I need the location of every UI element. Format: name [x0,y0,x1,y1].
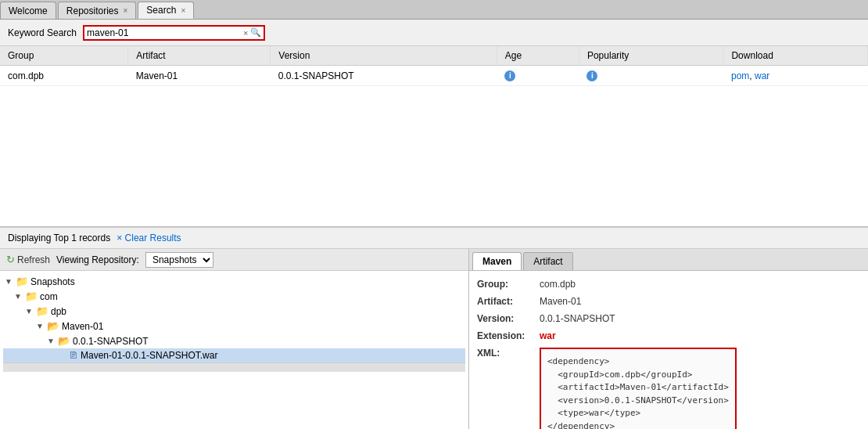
detail-group-label: Group: [477,279,540,290]
tree-item-maven01[interactable]: ▼ 📂 Maven-01 [3,319,465,333]
detail-artifact-label: Artifact: [477,296,540,307]
detail-xml-content: <dependency> <groupId>com.dpb</groupId> … [540,348,737,429]
file-war-icon: 🖹 [69,350,78,361]
search-input[interactable] [87,27,243,38]
tree-label-com: com [40,291,58,302]
row-version: 0.0.1-SNAPSHOT [271,66,497,86]
detail-row-xml: XML: <dependency> <groupId>com.dpb</grou… [477,348,860,429]
col-popularity: Popularity [579,46,723,66]
col-artifact: Artifact [128,46,271,66]
tree-item-war-file[interactable]: 🖹 Maven-01-0.0.1-SNAPSHOT.war [3,348,465,362]
age-info-icon[interactable]: i [504,70,515,81]
status-bar: Displaying Top 1 records × Clear Results [0,227,868,249]
toggle-dpb: ▼ [25,307,36,315]
col-age: Age [497,46,579,66]
search-label: Keyword Search [8,27,77,38]
tree-label-dpb: dpb [51,306,66,317]
detail-xml-label: XML: [477,348,540,429]
row-age: i [497,66,579,86]
folder-snapshot-icon: 📂 [58,335,70,347]
repo-select[interactable]: Snapshots [145,252,213,268]
tab-search-close[interactable]: × [181,6,185,15]
detail-group-value: com.dpb [540,279,576,290]
tree-label-snapshot-ver: 0.0.1-SNAPSHOT [73,336,149,347]
detail-tab-bar: Maven Artifact [469,249,868,271]
tab-welcome-label: Welcome [9,5,48,16]
folder-dpb-icon: 📁 [36,305,48,317]
horizontal-scrollbar[interactable] [3,362,465,372]
refresh-button[interactable]: ↻ Refresh [6,254,50,265]
status-count: 1 [71,233,77,243]
detail-row-group: Group: com.dpb [477,279,860,290]
tree-item-dpb[interactable]: ▼ 📁 dpb [3,304,465,319]
row-group: com.dpb [0,66,128,86]
main-content: Keyword Search × 🔍 Group Artifact Versio… [0,20,868,429]
folder-maven01-icon: 📂 [47,320,59,332]
search-clear-icon[interactable]: × [243,28,248,38]
toggle-war-file [58,351,69,360]
tab-search-label: Search [146,5,176,16]
tab-maven[interactable]: Maven [472,252,522,270]
table-row[interactable]: com.dpb Maven-01 0.0.1-SNAPSHOT i i pom,… [0,66,868,86]
download-pom-link[interactable]: pom [731,70,749,81]
row-download: pom, war [723,66,868,86]
search-go-icon[interactable]: 🔍 [250,27,261,38]
toggle-snapshots: ▼ [5,277,16,286]
detail-version-value: 0.0.1-SNAPSHOT [540,313,615,324]
row-artifact: Maven-01 [128,66,271,86]
tab-artifact-label: Artifact [533,256,562,267]
row-popularity: i [579,66,723,86]
status-records: records [79,233,110,243]
status-displaying: Displaying Top [8,233,69,243]
tree-item-com[interactable]: ▼ 📁 com [3,289,465,304]
toggle-com: ▼ [14,292,25,301]
col-download: Download [723,46,868,66]
tree-item-snapshots[interactable]: ▼ 📁 Snapshots [3,274,465,289]
bottom-panel: ↻ Refresh Viewing Repository: Snapshots … [0,249,868,429]
folder-com-icon: 📁 [25,290,38,302]
folder-snapshots-icon: 📁 [16,276,28,287]
refresh-label: Refresh [17,254,50,265]
detail-extension-label: Extension: [477,330,540,341]
clear-results-button[interactable]: × Clear Results [117,233,181,243]
results-table: Group Artifact Version Age Popularity Do… [0,46,868,227]
tree-item-snapshot-ver[interactable]: ▼ 📂 0.0.1-SNAPSHOT [3,333,465,348]
search-results: Group Artifact Version Age Popularity Do… [0,46,868,86]
tab-artifact[interactable]: Artifact [523,252,572,270]
refresh-icon: ↻ [6,254,15,265]
tab-repositories-close[interactable]: × [124,6,128,15]
tab-maven-label: Maven [482,256,511,267]
tab-welcome[interactable]: Welcome [0,2,56,19]
tree-content: ▼ 📁 Snapshots ▼ 📁 com ▼ 📁 dpb ▼ 📂 [0,271,468,429]
search-input-wrapper: × 🔍 [83,25,265,41]
table-header-row: Group Artifact Version Age Popularity Do… [0,46,868,66]
tree-label-snapshots: Snapshots [30,276,75,287]
detail-content: Group: com.dpb Artifact: Maven-01 Versio… [469,271,868,429]
detail-panel: Maven Artifact Group: com.dpb Artifact: … [469,249,868,429]
tab-repositories-label: Repositories [66,5,119,16]
tree-panel: ↻ Refresh Viewing Repository: Snapshots … [0,249,469,429]
tab-repositories[interactable]: Repositories × [58,2,137,19]
detail-row-artifact: Artifact: Maven-01 [477,296,860,307]
tab-bar: Welcome Repositories × Search × [0,0,868,20]
detail-row-version: Version: 0.0.1-SNAPSHOT [477,313,860,324]
tree-toolbar: ↻ Refresh Viewing Repository: Snapshots [0,249,468,271]
detail-artifact-value: Maven-01 [540,296,581,307]
download-war-link[interactable]: war [755,70,769,81]
tab-search[interactable]: Search × [138,2,194,19]
detail-row-extension: Extension: war [477,330,860,341]
toggle-snapshot-ver: ▼ [47,337,58,345]
tree-label-maven01: Maven-01 [62,321,103,332]
search-panel: Keyword Search × 🔍 [0,20,868,46]
tree-label-war-file: Maven-01-0.0.1-SNAPSHOT.war [81,350,217,361]
toggle-maven01: ▼ [36,322,47,330]
viewing-repo-label: Viewing Repository: [56,254,139,265]
col-version: Version [271,46,497,66]
col-group: Group [0,46,128,66]
detail-version-label: Version: [477,313,540,324]
popularity-info-icon[interactable]: i [586,70,597,81]
detail-extension-value: war [540,330,556,341]
